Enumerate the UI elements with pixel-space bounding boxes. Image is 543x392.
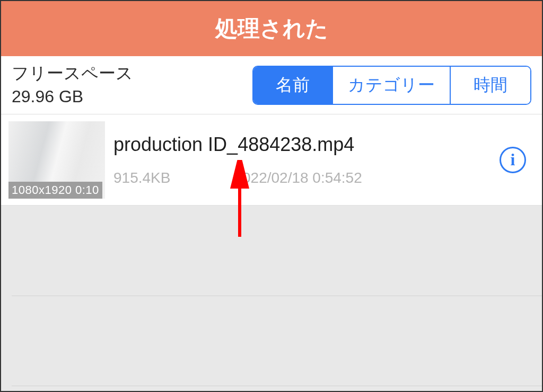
thumbnail-meta: 1080x1920 0:10 [8,182,102,199]
info-icon: i [511,150,515,170]
empty-area [1,206,542,390]
segment-name[interactable]: 名前 [253,67,333,104]
segment-category[interactable]: カテゴリー [333,67,451,104]
item-body: production ID_4884238.mp4 915.4KB 2022/0… [113,133,491,186]
segment-time[interactable]: 時間 [451,67,530,104]
divider [12,296,542,296]
header-bar: 処理された [1,1,542,56]
sort-segment-control: 名前 カテゴリー 時間 [252,66,531,105]
file-meta: 915.4KB 2022/02/18 0:54:52 [113,170,491,186]
list-item[interactable]: 1080x1920 0:10 production ID_4884238.mp4… [1,114,542,206]
free-space-value: 29.96 GB [12,85,133,108]
file-name: production ID_4884238.mp4 [113,133,491,156]
info-button[interactable]: i [500,147,526,173]
video-thumbnail[interactable]: 1080x1920 0:10 [8,121,105,199]
divider [12,386,542,386]
file-size: 915.4KB [113,170,170,186]
thumbnail-duration: 0:10 [75,183,99,197]
free-space-indicator: フリースペース 29.96 GB [12,62,133,108]
file-date: 2022/02/18 0:54:52 [234,170,362,186]
free-space-label: フリースペース [12,62,133,85]
toolbar: フリースペース 29.96 GB 名前 カテゴリー 時間 [1,56,542,114]
page-title: 処理された [215,14,328,43]
file-list: 1080x1920 0:10 production ID_4884238.mp4… [1,114,542,206]
thumbnail-resolution: 1080x1920 [12,183,72,197]
